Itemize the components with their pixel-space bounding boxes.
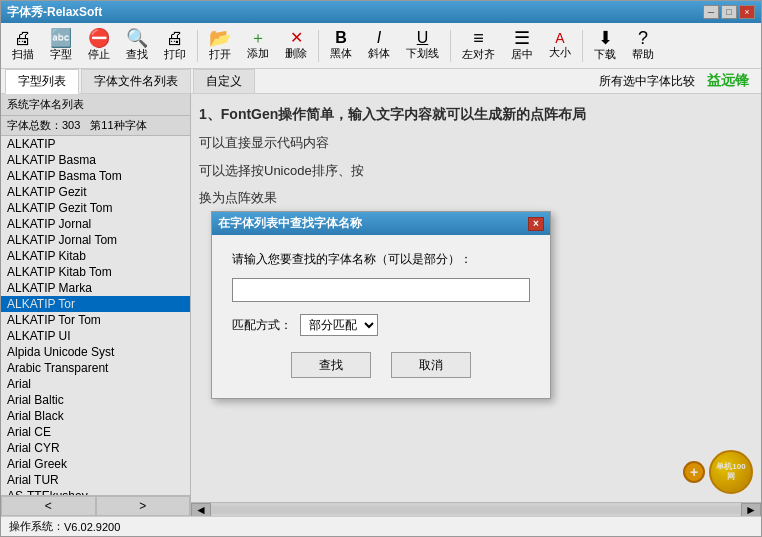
delete-label: 删除	[285, 46, 307, 61]
find-label: 查找	[126, 47, 148, 62]
open-button[interactable]: 📂 打开	[202, 26, 238, 65]
dialog-match-select[interactable]: 部分匹配 精确匹配 开头匹配	[300, 314, 378, 336]
font-size-button[interactable]: A 大小	[542, 28, 578, 63]
print-icon: 🖨	[166, 29, 184, 47]
dialog-body: 请输入您要查找的字体名称（可以是部分）： 匹配方式： 部分匹配 精确匹配 开头匹…	[212, 235, 550, 398]
delete-icon: ✕	[290, 30, 303, 46]
help-button[interactable]: ? 帮助	[625, 26, 661, 65]
scan-icon: 🖨	[14, 29, 32, 47]
help-label: 帮助	[632, 47, 654, 62]
font-type-button[interactable]: 🔤 字型	[43, 26, 79, 65]
dialog-find-button[interactable]: 查找	[291, 352, 371, 378]
dialog-cancel-button[interactable]: 取消	[391, 352, 471, 378]
main-window: 字体秀-RelaxSoft ─ □ × 🖨 扫描 🔤 字型 ⛔ 停止 🔍 查找 …	[0, 0, 762, 537]
add-icon: ＋	[250, 30, 266, 46]
print-button[interactable]: 🖨 打印	[157, 26, 193, 65]
dialog-overlay: 在字体列表中查找字体名称 × 请输入您要查找的字体名称（可以是部分）： 匹配方式…	[1, 94, 761, 516]
open-icon: 📂	[209, 29, 231, 47]
print-label: 打印	[164, 47, 186, 62]
toolbar: 🖨 扫描 🔤 字型 ⛔ 停止 🔍 查找 🖨 打印 📂 打开 ＋ 添加 ✕	[1, 23, 761, 69]
status-label: 操作系统：	[9, 519, 64, 534]
close-button[interactable]: ×	[739, 5, 755, 19]
tab-font-type-list[interactable]: 字型列表	[5, 69, 79, 94]
help-icon: ?	[638, 29, 648, 47]
bold-button[interactable]: B 黑体	[323, 27, 359, 64]
underline-button[interactable]: U 下划线	[399, 27, 446, 64]
dialog-match-row: 匹配方式： 部分匹配 精确匹配 开头匹配	[232, 314, 530, 336]
find-button[interactable]: 🔍 查找	[119, 26, 155, 65]
font-type-icon: 🔤	[50, 29, 72, 47]
dialog-label: 请输入您要查找的字体名称（可以是部分）：	[232, 251, 530, 268]
italic-icon: I	[377, 30, 381, 46]
minimize-button[interactable]: ─	[703, 5, 719, 19]
dialog-search-input[interactable]	[232, 278, 530, 302]
title-bar: 字体秀-RelaxSoft ─ □ ×	[1, 1, 761, 23]
find-icon: 🔍	[126, 29, 148, 47]
toolbar-separator-2	[318, 30, 319, 62]
toolbar-separator-3	[450, 30, 451, 62]
align-left-icon: ≡	[473, 29, 484, 47]
bold-icon: B	[335, 30, 347, 46]
logo: 益远锋	[707, 72, 757, 90]
toolbar-separator-1	[197, 30, 198, 62]
find-dialog: 在字体列表中查找字体名称 × 请输入您要查找的字体名称（可以是部分）： 匹配方式…	[211, 211, 551, 399]
dialog-buttons: 查找 取消	[232, 352, 530, 386]
underline-label: 下划线	[406, 46, 439, 61]
stop-icon: ⛔	[88, 29, 110, 47]
dialog-match-label: 匹配方式：	[232, 317, 292, 334]
scan-button[interactable]: 🖨 扫描	[5, 26, 41, 65]
align-center-button[interactable]: ☰ 居中	[504, 26, 540, 65]
delete-button[interactable]: ✕ 删除	[278, 27, 314, 64]
toolbar-separator-4	[582, 30, 583, 62]
tabs-row: 字型列表 字体文件名列表 自定义 所有选中字体比较 益远锋	[1, 69, 761, 94]
align-left-button[interactable]: ≡ 左对齐	[455, 26, 502, 65]
main-content: 系统字体名列表 字体总数：303 第11种字体 ALKATIPALKATIP B…	[1, 94, 761, 516]
add-button[interactable]: ＋ 添加	[240, 27, 276, 64]
font-size-label: 大小	[549, 45, 571, 60]
open-label: 打开	[209, 47, 231, 62]
dialog-title: 在字体列表中查找字体名称	[218, 215, 362, 232]
add-label: 添加	[247, 46, 269, 61]
italic-label: 斜体	[368, 46, 390, 61]
download-label: 下载	[594, 47, 616, 62]
maximize-button[interactable]: □	[721, 5, 737, 19]
underline-icon: U	[417, 30, 429, 46]
download-button[interactable]: ⬇ 下载	[587, 26, 623, 65]
tab-compare[interactable]: 所有选中字体比较	[587, 70, 707, 93]
tab-custom[interactable]: 自定义	[193, 69, 255, 93]
italic-button[interactable]: I 斜体	[361, 27, 397, 64]
status-bar: 操作系统： V6.02.9200	[1, 516, 761, 536]
dialog-title-bar: 在字体列表中查找字体名称 ×	[212, 212, 550, 235]
window-title: 字体秀-RelaxSoft	[7, 4, 102, 21]
font-size-icon: A	[555, 31, 564, 45]
tab-font-file-list[interactable]: 字体文件名列表	[81, 69, 191, 93]
dialog-close-button[interactable]: ×	[528, 217, 544, 231]
status-value: V6.02.9200	[64, 521, 120, 533]
bold-label: 黑体	[330, 46, 352, 61]
download-icon: ⬇	[598, 29, 613, 47]
scan-label: 扫描	[12, 47, 34, 62]
align-left-label: 左对齐	[462, 47, 495, 62]
stop-button[interactable]: ⛔ 停止	[81, 26, 117, 65]
window-controls: ─ □ ×	[703, 5, 755, 19]
stop-label: 停止	[88, 47, 110, 62]
font-type-label: 字型	[50, 47, 72, 62]
align-center-label: 居中	[511, 47, 533, 62]
align-center-icon: ☰	[514, 29, 530, 47]
